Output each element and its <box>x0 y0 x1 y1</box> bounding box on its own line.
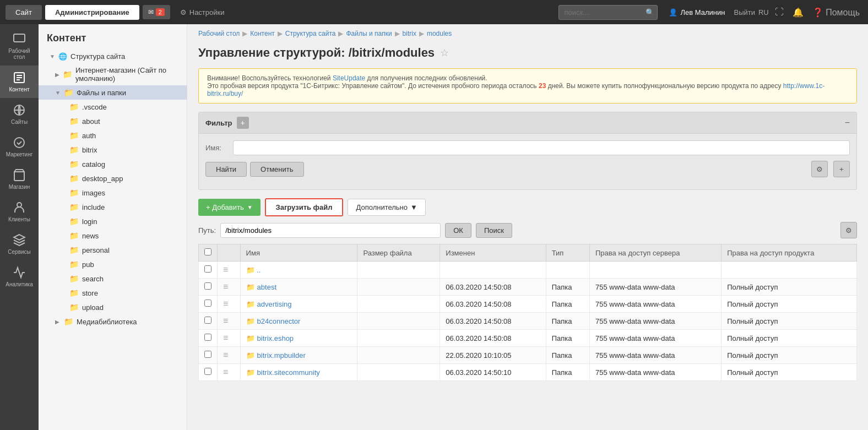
drag-handle-icon[interactable]: ≡ <box>223 333 228 342</box>
tree-item-files[interactable]: ▼ 📁 Файлы и папки <box>39 85 187 100</box>
filter-cancel-button[interactable]: Отменить <box>250 162 303 177</box>
filter-add-button[interactable]: + <box>237 117 249 129</box>
row-checkbox[interactable] <box>204 351 211 358</box>
row-checkbox[interactable] <box>204 300 211 307</box>
folder-link[interactable]: .. <box>257 266 261 274</box>
filter-gear-button[interactable]: ⚙ <box>811 161 828 177</box>
drag-handle-icon[interactable]: ≡ <box>223 350 228 360</box>
help-button[interactable]: ❓ Помощь <box>810 7 862 18</box>
select-all-checkbox[interactable] <box>204 248 211 255</box>
tree-item-images[interactable]: 📁 images <box>39 186 187 200</box>
site-button[interactable]: Сайт <box>6 5 42 20</box>
row-checkbox[interactable] <box>204 334 211 341</box>
tree-item-catalog[interactable]: 📁 catalog <box>39 157 187 171</box>
th-modified[interactable]: Изменен <box>440 244 546 262</box>
filter-plus-button[interactable]: + <box>833 161 850 177</box>
folder-link[interactable]: abtest <box>257 283 276 291</box>
fullscreen-button[interactable]: ⛶ <box>772 7 786 17</box>
tree-item-store[interactable]: 📁 store <box>39 286 187 300</box>
sidebar-item-marketing[interactable]: Маркетинг <box>0 130 39 163</box>
path-ok-button[interactable]: ОК <box>445 223 471 238</box>
logout-button[interactable]: Выйти <box>734 8 755 17</box>
row-modified: 06.03.2020 14:50:08 <box>440 296 546 313</box>
th-size[interactable]: Размер файла <box>357 244 440 262</box>
breadcrumb-modules[interactable]: modules <box>427 30 452 37</box>
drag-handle-icon[interactable]: ≡ <box>223 367 228 377</box>
gear-icon: ⚙ <box>180 8 187 17</box>
th-name[interactable]: Имя <box>240 244 357 262</box>
folder-link[interactable]: b24connector <box>257 317 301 325</box>
row-type: Папка <box>546 296 589 313</box>
tree-item-about[interactable]: 📁 about <box>39 114 187 128</box>
tree-item-media[interactable]: ▶ 📁 Медиабиблиотека <box>39 314 187 329</box>
drag-handle-icon[interactable]: ≡ <box>223 316 228 325</box>
tree-item-root[interactable]: ▼ 🌐 Структура сайта <box>39 50 187 63</box>
folder-link[interactable]: advertising <box>257 300 292 308</box>
tree-item-desktop-app[interactable]: 📁 desktop_app <box>39 171 187 186</box>
tree-item-include[interactable]: 📁 include <box>39 200 187 214</box>
tree-item-upload[interactable]: 📁 upload <box>39 300 187 314</box>
folder-icon: 📁 <box>246 317 255 325</box>
tree-item-vscode[interactable]: 📁 .vscode <box>39 100 187 114</box>
th-server-rights[interactable]: Права на доступ сервера <box>590 244 721 262</box>
sidebar-item-services[interactable]: Сервисы <box>0 228 39 260</box>
breadcrumb-bitrix[interactable]: bitrix <box>403 30 416 37</box>
drag-handle-icon[interactable]: ≡ <box>223 265 228 274</box>
filter-find-button[interactable]: Найти <box>205 162 247 177</box>
lang-button[interactable]: RU <box>758 8 769 17</box>
favorite-icon[interactable]: ☆ <box>440 47 449 59</box>
filter-minimize-button[interactable]: − <box>845 118 850 128</box>
bell-icon[interactable]: 🔔 <box>790 7 806 18</box>
sidebar-item-content[interactable]: Контент <box>0 66 39 98</box>
sidebar-item-analytics[interactable]: Аналитика <box>0 260 39 293</box>
folder-icon: 📁 <box>246 266 255 274</box>
search-input[interactable] <box>558 5 658 20</box>
sidebar-item-shop[interactable]: Магазин <box>0 163 39 195</box>
th-product-rights[interactable]: Права на доступ продукта <box>721 244 857 262</box>
breadcrumb-structure[interactable]: Структура сайта <box>285 30 336 37</box>
admin-button[interactable]: Администрирование <box>45 5 139 20</box>
tree-item-login[interactable]: 📁 login <box>39 214 187 228</box>
arrow-icon: ▶ <box>55 72 59 78</box>
tree-item-auth[interactable]: 📁 auth <box>39 128 187 143</box>
sidebar-item-clients[interactable]: Клиенты <box>0 195 39 228</box>
path-search-button[interactable]: Поиск <box>476 223 512 238</box>
tree-item-search[interactable]: 📁 search <box>39 271 187 286</box>
tree-item-bitrix[interactable]: 📁 bitrix <box>39 143 187 157</box>
settings-button[interactable]: ⚙ Настройки <box>173 5 231 20</box>
tree-item-personal[interactable]: 📁 personal <box>39 243 187 257</box>
row-modified: 06.03.2020 14:50:08 <box>440 279 546 296</box>
tree-item-news[interactable]: 📁 news <box>39 228 187 243</box>
breadcrumb-files[interactable]: Файлы и папки <box>346 30 392 37</box>
breadcrumb-desktop[interactable]: Рабочий стол <box>198 30 240 37</box>
tree-item-shop[interactable]: ▶ 📁 Интернет-магазин (Сайт по умолчанию) <box>39 63 187 85</box>
row-size <box>357 330 440 347</box>
drag-handle-icon[interactable]: ≡ <box>223 282 228 291</box>
more-button[interactable]: Дополнительно ▼ <box>348 199 425 216</box>
folder-link[interactable]: bitrix.mpbuilder <box>257 351 306 360</box>
path-settings-button[interactable]: ⚙ <box>840 222 857 238</box>
user-icon: 👤 <box>669 8 677 17</box>
drag-handle-icon[interactable]: ≡ <box>223 299 228 308</box>
row-product-rights: Полный доступ <box>721 279 857 296</box>
sidebar-item-sites[interactable]: Сайты <box>0 98 39 130</box>
path-input[interactable] <box>220 223 441 238</box>
row-checkbox-cell <box>199 364 218 381</box>
row-checkbox[interactable] <box>204 265 211 273</box>
add-button[interactable]: + Добавить ▼ <box>198 199 261 216</box>
row-checkbox[interactable] <box>204 368 211 375</box>
folder-icon: 📁 <box>69 217 79 226</box>
site-update-link[interactable]: SiteUpdate <box>333 74 365 82</box>
row-checkbox[interactable] <box>204 282 211 290</box>
days-count: 23 <box>539 82 546 90</box>
sidebar-item-desktop[interactable]: Рабочий стол <box>0 27 39 66</box>
upload-button[interactable]: Загрузить файл <box>265 198 344 216</box>
folder-link[interactable]: bitrix.eshop <box>257 334 294 342</box>
row-checkbox[interactable] <box>204 317 211 324</box>
th-type[interactable]: Тип <box>546 244 589 262</box>
filter-name-input[interactable] <box>233 140 850 155</box>
tree-item-pub[interactable]: 📁 pub <box>39 257 187 271</box>
breadcrumb-content[interactable]: Контент <box>250 30 274 37</box>
folder-link[interactable]: bitrix.sitecommunity <box>257 368 320 377</box>
messages-button[interactable]: ✉ 2 <box>143 5 170 19</box>
